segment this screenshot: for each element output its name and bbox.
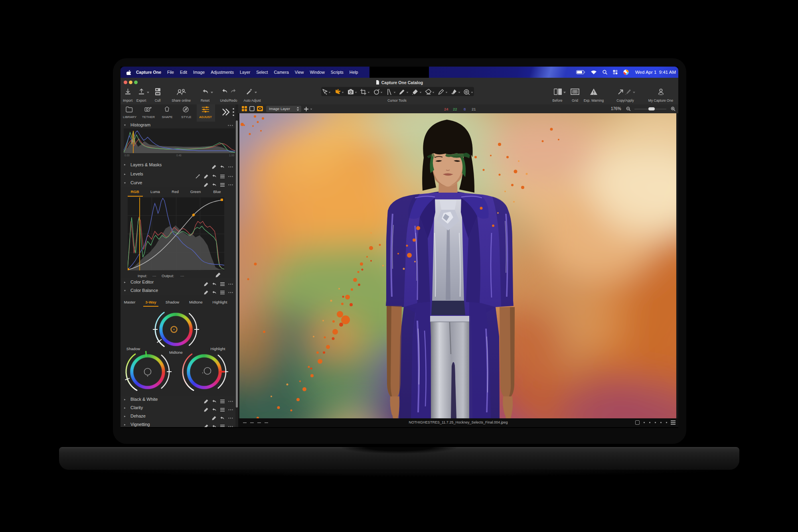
- svg-text:Midtone: Midtone: [169, 350, 183, 355]
- svg-text:Shadow: Shadow: [126, 347, 140, 351]
- svg-text:Highlight: Highlight: [211, 347, 225, 351]
